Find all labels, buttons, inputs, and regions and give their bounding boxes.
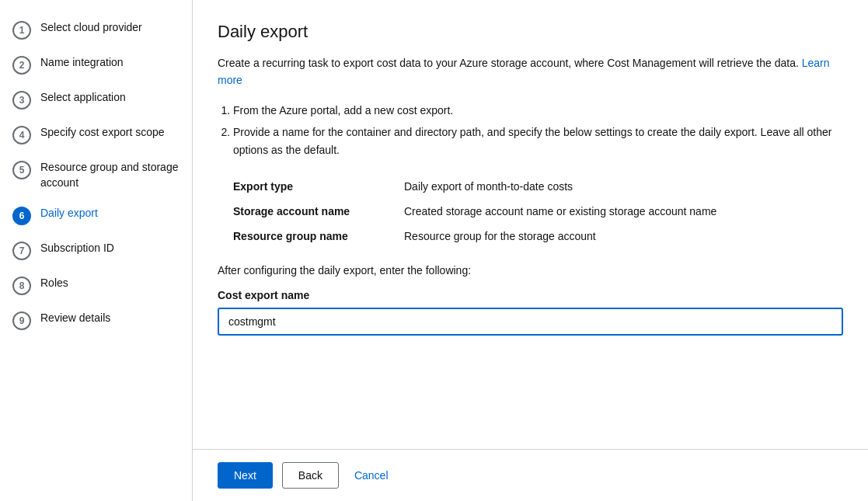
sidebar-item-9[interactable]: 9Review details (0, 303, 192, 338)
description-text: Create a recurring task to export cost d… (218, 57, 799, 69)
table-row: Export typeDaily export of month-to-date… (233, 174, 729, 199)
after-text: After configuring the daily export, ente… (218, 264, 843, 277)
step-circle-5: 5 (12, 161, 31, 179)
description: Create a recurring task to export cost d… (218, 54, 843, 89)
step-circle-1: 1 (12, 21, 31, 40)
sidebar-label-3: Select application (40, 90, 126, 106)
sidebar-label-1: Select cloud provider (40, 20, 142, 36)
sidebar-label-6: Daily export (40, 206, 98, 221)
sidebar-item-2[interactable]: 2Name integration (0, 47, 192, 82)
instructions: From the Azure portal, add a new cost ex… (218, 102, 843, 249)
cost-export-name-input[interactable] (218, 308, 843, 336)
content-area: Daily export Create a recurring task to … (193, 0, 868, 449)
page-title: Daily export (218, 22, 843, 42)
setting-value: Resource group for the storage account (404, 224, 729, 249)
settings-table: Export typeDaily export of month-to-date… (233, 174, 729, 249)
sidebar-label-4: Specify cost export scope (40, 125, 165, 141)
cancel-button[interactable]: Cancel (348, 463, 395, 488)
sidebar-item-7[interactable]: 7Subscription ID (0, 233, 192, 268)
sidebar-label-7: Subscription ID (40, 241, 114, 256)
step-circle-6: 6 (12, 207, 31, 225)
instruction-step-2: Provide a name for the container and dir… (233, 124, 843, 158)
step-circle-3: 3 (12, 91, 31, 110)
sidebar-item-3[interactable]: 3Select application (0, 82, 192, 117)
table-row: Resource group nameResource group for th… (233, 224, 729, 249)
sidebar-label-9: Review details (40, 311, 110, 326)
sidebar-item-6[interactable]: 6Daily export (0, 198, 192, 233)
back-button[interactable]: Back (282, 462, 339, 489)
setting-value: Daily export of month-to-date costs (404, 174, 729, 199)
instruction-step-1: From the Azure portal, add a new cost ex… (233, 102, 843, 119)
sidebar-label-8: Roles (40, 276, 68, 291)
step-circle-4: 4 (12, 126, 31, 144)
sidebar-item-5[interactable]: 5Resource group and storage account (0, 152, 192, 198)
setting-value: Created storage account name or existing… (404, 199, 729, 224)
form-label: Cost export name (218, 289, 843, 301)
cost-export-form: Cost export name (218, 289, 843, 336)
step-circle-7: 7 (12, 242, 31, 260)
table-row: Storage account nameCreated storage acco… (233, 199, 729, 224)
sidebar-item-8[interactable]: 8Roles (0, 268, 192, 303)
step-circle-2: 2 (12, 56, 31, 75)
sidebar-label-5: Resource group and storage account (40, 160, 180, 190)
setting-key: Resource group name (233, 224, 404, 249)
step-circle-9: 9 (12, 311, 31, 330)
setting-key: Export type (233, 174, 404, 199)
sidebar: 1Select cloud provider2Name integration3… (0, 0, 193, 501)
next-button[interactable]: Next (218, 462, 273, 489)
sidebar-item-4[interactable]: 4Specify cost export scope (0, 117, 192, 152)
footer: Next Back Cancel (193, 449, 868, 501)
sidebar-label-2: Name integration (40, 55, 124, 71)
setting-key: Storage account name (233, 199, 404, 224)
sidebar-item-1[interactable]: 1Select cloud provider (0, 12, 192, 47)
main-panel: Daily export Create a recurring task to … (193, 0, 868, 501)
step-circle-8: 8 (12, 277, 31, 295)
